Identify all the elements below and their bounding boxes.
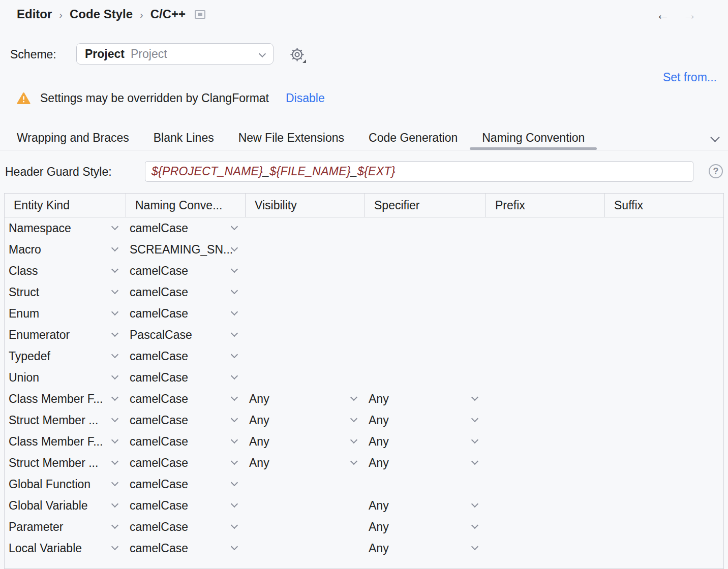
- chevron-down-icon: [111, 266, 118, 273]
- visibility-dropdown[interactable]: Any: [245, 452, 365, 473]
- set-from-link[interactable]: Set from...: [663, 71, 717, 84]
- entity-kind-dropdown[interactable]: Class Member F...: [5, 388, 126, 409]
- suffix-cell: [604, 452, 723, 473]
- specifier-dropdown[interactable]: Any: [365, 431, 486, 452]
- cell-value: camelCase: [130, 456, 188, 470]
- visibility-dropdown: [245, 303, 365, 324]
- naming-convention-dropdown[interactable]: PascalCase: [126, 324, 245, 345]
- cell-value: Struct Member ...: [9, 414, 98, 427]
- entity-kind-dropdown[interactable]: Namespace: [5, 217, 126, 239]
- entity-kind-dropdown[interactable]: Local Variable: [5, 538, 126, 559]
- clangformat-warning-banner: Settings may be overridden by ClangForma…: [17, 91, 325, 105]
- specifier-dropdown[interactable]: Any: [365, 409, 486, 431]
- cell-value: camelCase: [130, 520, 188, 534]
- visibility-dropdown[interactable]: Any: [245, 388, 365, 409]
- table-row: Struct Member ...camelCaseAnyAny: [5, 452, 723, 473]
- tab-wrapping-and-braces[interactable]: Wrapping and Braces: [5, 126, 141, 150]
- specifier-dropdown[interactable]: Any: [365, 495, 486, 516]
- scheme-dropdown[interactable]: Project Project: [76, 43, 274, 65]
- entity-kind-dropdown[interactable]: Struct Member ...: [5, 452, 126, 473]
- entity-kind-dropdown[interactable]: Class: [5, 260, 126, 281]
- naming-convention-dropdown[interactable]: camelCase: [126, 409, 245, 431]
- naming-convention-dropdown[interactable]: camelCase: [126, 473, 245, 495]
- visibility-dropdown: [245, 217, 365, 239]
- naming-convention-dropdown[interactable]: camelCase: [126, 538, 245, 559]
- specifier-dropdown[interactable]: Any: [365, 388, 486, 409]
- naming-convention-dropdown[interactable]: camelCase: [126, 303, 245, 324]
- settings-page: Editor › Code Style › C/C++ ← → Scheme: …: [0, 0, 728, 569]
- suffix-cell: [604, 260, 723, 281]
- naming-convention-dropdown[interactable]: camelCase: [126, 367, 245, 388]
- visibility-dropdown: [245, 367, 365, 388]
- visibility-dropdown[interactable]: Any: [245, 431, 365, 452]
- naming-convention-dropdown[interactable]: camelCase: [126, 431, 245, 452]
- entity-kind-dropdown[interactable]: Global Variable: [5, 495, 126, 516]
- entity-kind-dropdown[interactable]: Global Function: [5, 473, 126, 495]
- cell-value: camelCase: [130, 222, 188, 235]
- tab-code-generation[interactable]: Code Generation: [356, 126, 470, 150]
- tab-naming-convention[interactable]: Naming Convention: [470, 126, 597, 150]
- back-arrow-icon[interactable]: ←: [656, 7, 670, 22]
- specifier-dropdown[interactable]: Any: [365, 452, 486, 473]
- scheme-value-detail: Project: [131, 47, 167, 61]
- header-guard-input[interactable]: ${PROJECT_NAME}_${FILE_NAME}_${EXT}: [145, 161, 693, 182]
- chevron-down-icon: [111, 479, 118, 486]
- entity-kind-dropdown[interactable]: Union: [5, 367, 126, 388]
- prefix-cell: [486, 367, 604, 388]
- naming-convention-dropdown[interactable]: camelCase: [126, 260, 245, 281]
- open-in-editor-icon[interactable]: [195, 10, 205, 19]
- help-icon[interactable]: ?: [709, 164, 723, 178]
- naming-convention-dropdown[interactable]: camelCase: [126, 495, 245, 516]
- table-row: UnioncamelCase: [5, 367, 723, 388]
- visibility-dropdown: [245, 281, 365, 303]
- cell-value: camelCase: [130, 478, 188, 491]
- naming-convention-dropdown[interactable]: camelCase: [126, 452, 245, 473]
- cell-value: Class Member F...: [9, 435, 103, 449]
- entity-kind-dropdown[interactable]: Enum: [5, 303, 126, 324]
- tab-label: Wrapping and Braces: [17, 131, 129, 145]
- prefix-cell: [486, 473, 604, 495]
- entity-kind-dropdown[interactable]: Typedef: [5, 345, 126, 367]
- naming-convention-dropdown[interactable]: camelCase: [126, 345, 245, 367]
- entity-kind-dropdown[interactable]: Macro: [5, 239, 126, 260]
- breadcrumb-item-code-style[interactable]: Code Style: [70, 7, 133, 21]
- cell-value: Any: [369, 392, 389, 406]
- tab-blank-lines[interactable]: Blank Lines: [141, 126, 226, 150]
- table-row: Struct Member ...camelCaseAnyAny: [5, 409, 723, 431]
- suffix-cell: [604, 538, 723, 559]
- specifier-dropdown[interactable]: Any: [365, 538, 486, 559]
- cell-value: PascalCase: [130, 328, 192, 342]
- breadcrumb-item-editor[interactable]: Editor: [17, 7, 52, 21]
- naming-convention-dropdown[interactable]: camelCase: [126, 281, 245, 303]
- chevron-down-icon: [231, 458, 238, 465]
- cell-value: Class: [9, 264, 38, 278]
- cell-value: Any: [249, 435, 269, 449]
- chevron-down-icon: [231, 330, 238, 337]
- chevron-down-icon: [471, 500, 478, 508]
- tab-new-file-extensions[interactable]: New File Extensions: [226, 126, 356, 150]
- visibility-dropdown[interactable]: Any: [245, 409, 365, 431]
- specifier-dropdown[interactable]: Any: [365, 516, 486, 538]
- suffix-cell: [604, 239, 723, 260]
- cell-value: Macro: [9, 243, 41, 257]
- suffix-cell: [604, 281, 723, 303]
- entity-kind-dropdown[interactable]: Struct Member ...: [5, 409, 126, 431]
- suffix-cell: [604, 345, 723, 367]
- disable-clangformat-link[interactable]: Disable: [286, 91, 325, 105]
- entity-kind-dropdown[interactable]: Enumerator: [5, 324, 126, 345]
- suffix-cell: [604, 324, 723, 345]
- tab-overflow-button[interactable]: [705, 127, 725, 147]
- naming-convention-dropdown[interactable]: camelCase: [126, 217, 245, 239]
- visibility-dropdown: [245, 473, 365, 495]
- chevron-down-icon: [111, 543, 118, 550]
- naming-convention-dropdown[interactable]: camelCase: [126, 516, 245, 538]
- guard-segment: _: [263, 165, 269, 178]
- visibility-dropdown: [245, 345, 365, 367]
- entity-kind-dropdown[interactable]: Struct: [5, 281, 126, 303]
- entity-kind-dropdown[interactable]: Class Member F...: [5, 431, 126, 452]
- naming-convention-dropdown[interactable]: SCREAMING_SN...: [126, 239, 245, 260]
- entity-kind-dropdown[interactable]: Parameter: [5, 516, 126, 538]
- scheme-settings-button[interactable]: [287, 44, 307, 65]
- chevron-down-icon: [471, 394, 478, 401]
- naming-convention-dropdown[interactable]: camelCase: [126, 388, 245, 409]
